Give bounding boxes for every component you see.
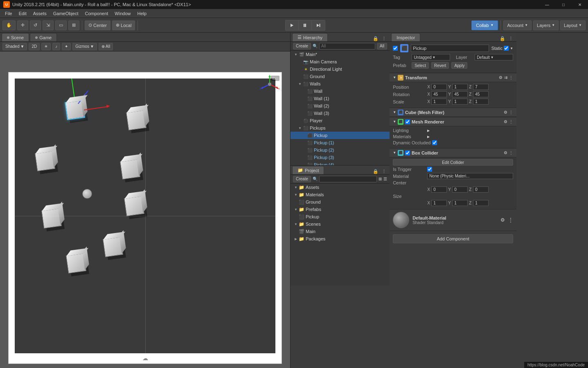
center-y-input[interactable] xyxy=(452,186,468,193)
rect-tool[interactable]: ▭ xyxy=(55,20,67,30)
project-menu-btn[interactable]: ⋮ xyxy=(380,169,388,174)
prefab-select-button[interactable]: Select xyxy=(412,62,429,69)
menu-help[interactable]: Help xyxy=(134,9,150,18)
mesh-renderer-enabled-checkbox[interactable] xyxy=(405,119,410,124)
project-lock-btn[interactable]: 🔒 xyxy=(371,169,380,174)
rotation-x-input[interactable] xyxy=(431,91,447,97)
asset-packages[interactable]: ▶ 📁 Packages xyxy=(291,235,390,242)
move-tool[interactable]: ✛ xyxy=(17,20,28,30)
hand-tool[interactable]: ✋ xyxy=(2,20,16,30)
center-z-input[interactable] xyxy=(473,186,489,193)
transform-tool[interactable]: ⊞ xyxy=(68,20,79,30)
inspector-lock-btn[interactable]: 🔒 xyxy=(498,36,507,41)
maximize-button[interactable]: □ xyxy=(555,0,572,9)
hierarchy-tab[interactable]: ☰ Hierarchy xyxy=(292,33,328,41)
tree-pickups[interactable]: ▼ ⬛ Pickups xyxy=(291,124,390,132)
inspector-menu-btn[interactable]: ⋮ xyxy=(507,36,515,41)
scene-viewport[interactable]: Y X Z Iso ☁ xyxy=(0,52,290,368)
layer-value[interactable]: Default ▼ xyxy=(475,54,513,61)
object-active-checkbox[interactable] xyxy=(393,46,398,51)
cube-obj-3[interactable] xyxy=(35,151,55,171)
tree-wall3[interactable]: ⬛ Wall (3) xyxy=(291,110,390,117)
size-y-input[interactable] xyxy=(452,200,468,206)
asset-materials[interactable]: ▼ 📁 Materials xyxy=(291,191,390,198)
play-button[interactable] xyxy=(286,20,299,30)
tree-maincam[interactable]: 📷 Main Camera xyxy=(291,58,390,65)
2d-button[interactable]: 2D xyxy=(29,43,40,50)
prefab-revert-button[interactable]: Revert xyxy=(431,62,449,69)
transform-more-icon[interactable]: ⋮ xyxy=(509,75,513,80)
tree-wall1[interactable]: ⬛ Wall (1) xyxy=(291,95,390,102)
audio-toggle[interactable]: ♪ xyxy=(52,43,60,50)
asset-assets[interactable]: ▼ 📁 Assets xyxy=(291,184,390,191)
pause-button[interactable] xyxy=(299,20,312,30)
tree-wall[interactable]: ⬛ Wall xyxy=(291,88,390,95)
game-tab[interactable]: Game xyxy=(30,33,57,41)
collab-button[interactable]: Collab ▼ xyxy=(471,20,498,30)
tree-wall2[interactable]: ⬛ Wall (2) xyxy=(291,102,390,110)
selected-cube[interactable] xyxy=(65,100,85,120)
project-tab[interactable]: 📁 Project xyxy=(292,166,324,174)
center-x-input[interactable] xyxy=(431,186,447,193)
transform-header[interactable]: ▼ ⇲ Transform ⚙ ⇉ ⋮ xyxy=(390,73,516,82)
scale-tool[interactable]: ⇲ xyxy=(43,20,54,30)
hierarchy-create-button[interactable]: Create xyxy=(293,43,311,49)
box-collider-more-icon[interactable]: ⋮ xyxy=(509,150,513,155)
coord-local-button[interactable]: ⊕ Local xyxy=(112,20,135,30)
dynamic-occluded-checkbox[interactable] xyxy=(432,140,437,145)
tree-walls[interactable]: ▼ ⬛ Walls xyxy=(291,80,390,88)
static-dropdown-icon[interactable]: ▼ xyxy=(510,47,513,50)
hierarchy-lock-btn[interactable]: 🔒 xyxy=(371,36,380,41)
project-search-input[interactable] xyxy=(319,176,377,182)
size-z-input[interactable] xyxy=(473,200,489,206)
menu-edit[interactable]: Edit xyxy=(16,9,30,18)
material-more-icon[interactable]: ⋮ xyxy=(508,217,513,223)
mesh-renderer-menu-icon[interactable]: ⚙ xyxy=(504,119,507,124)
pivot-center-button[interactable]: ⊙ Center xyxy=(85,20,110,30)
object-name-field[interactable] xyxy=(411,45,489,52)
minimize-button[interactable]: — xyxy=(539,0,555,9)
tree-pickup[interactable]: ⬛ Pickup xyxy=(291,132,390,139)
mesh-filter-header[interactable]: ▼ ⬛ Cube (Mesh Filter) ⚙ ⋮ xyxy=(390,108,516,117)
cube-obj-4[interactable] xyxy=(120,159,140,180)
tree-pickup2[interactable]: ⬛ Pickup (2) xyxy=(291,146,390,154)
menu-window[interactable]: Window xyxy=(111,9,134,18)
project-create-button[interactable]: Create xyxy=(293,176,311,182)
all-button[interactable]: ⊕ All xyxy=(99,43,113,50)
effects-toggle[interactable]: ✦ xyxy=(62,43,71,50)
tree-player[interactable]: ⚫ Player xyxy=(291,117,390,124)
cube-obj-6[interactable] xyxy=(41,208,62,229)
transform-extra-icon[interactable]: ⇉ xyxy=(504,75,507,80)
box-collider-header[interactable]: ▼ ⬛ Box Collider ⚙ ⋮ xyxy=(390,148,516,157)
cube-obj-2[interactable] xyxy=(126,110,146,130)
menu-gameobject[interactable]: GameObject xyxy=(50,9,82,18)
tree-dirlight[interactable]: ☀ Directional Light xyxy=(291,65,390,73)
tree-ground[interactable]: ⬛ Ground xyxy=(291,73,390,80)
asset-main-scene[interactable]: 🎬 Main xyxy=(291,228,390,235)
asset-prefabs[interactable]: ▼ 📁 Prefabs xyxy=(291,206,390,213)
mesh-renderer-header[interactable]: ▼ ⬛ Mesh Renderer ⚙ ⋮ xyxy=(390,117,516,126)
hierarchy-search-input[interactable] xyxy=(319,43,375,49)
rotation-z-input[interactable] xyxy=(473,91,489,97)
asset-scenes[interactable]: ▼ 📁 Scenes xyxy=(291,220,390,228)
player-ball[interactable] xyxy=(82,189,92,199)
tree-pickup4[interactable]: ⬛ Pickup (4) xyxy=(291,161,390,165)
mesh-filter-menu-icon[interactable]: ⚙ xyxy=(504,110,507,114)
position-z-input[interactable] xyxy=(473,84,489,90)
asset-pickup-prefab[interactable]: ⬛ Pickup xyxy=(291,213,390,220)
scale-y-input[interactable] xyxy=(452,99,468,105)
mesh-renderer-more-icon[interactable]: ⋮ xyxy=(509,119,513,124)
gizmos-button[interactable]: Gizmos ▼ xyxy=(72,43,97,50)
static-checkbox[interactable] xyxy=(504,46,509,51)
inspector-tab[interactable]: Inspector xyxy=(391,33,420,41)
layout-button[interactable]: Layout ▼ xyxy=(560,20,586,30)
position-y-input[interactable] xyxy=(452,84,468,90)
box-collider-enabled-checkbox[interactable] xyxy=(405,150,410,155)
size-x-input[interactable] xyxy=(431,200,447,206)
scale-x-input[interactable] xyxy=(431,99,447,105)
asset-ground-mat[interactable]: ⬛ Ground xyxy=(291,198,390,206)
step-button[interactable] xyxy=(312,20,325,30)
menu-component[interactable]: Component xyxy=(81,9,111,18)
menu-file[interactable]: File xyxy=(2,9,16,18)
scene-tab[interactable]: Scene xyxy=(2,33,29,41)
